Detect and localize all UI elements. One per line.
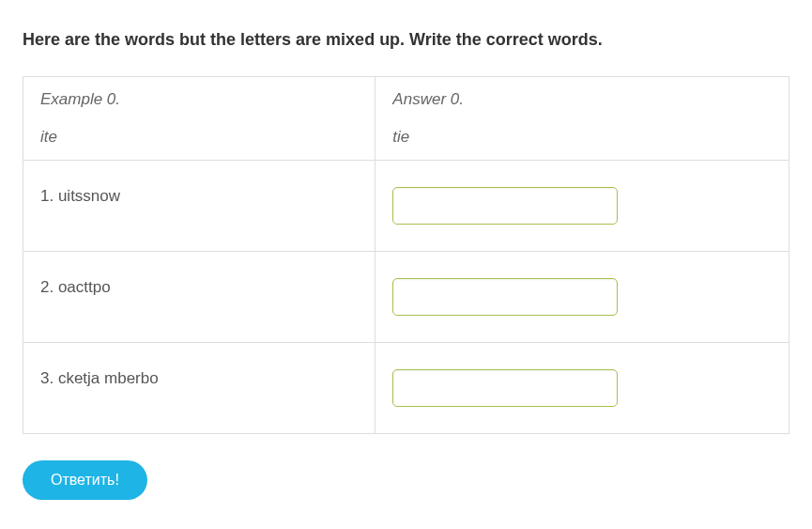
question-1-label: 1. uitssnow [23, 161, 375, 252]
exercise-table: Example 0. ite Answer 0. tie 1. uitssnow… [23, 76, 789, 434]
example-question-cell: Example 0. ite [23, 77, 375, 161]
question-1-answer-cell [375, 161, 789, 252]
table-row: 2. oacttpo [23, 252, 789, 343]
example-label-left: Example 0. [40, 90, 358, 109]
table-row: 3. cketja mberbo [23, 343, 789, 434]
answer-input-3[interactable] [392, 369, 618, 407]
answer-input-2[interactable] [392, 278, 618, 316]
instructions-text: Here are the words but the letters are m… [23, 30, 789, 50]
example-answer-cell: Answer 0. tie [375, 77, 789, 161]
example-word-left: ite [40, 128, 57, 146]
table-row: 1. uitssnow [23, 161, 789, 252]
question-3-answer-cell [375, 343, 789, 434]
submit-button[interactable]: Ответить! [23, 460, 147, 500]
answer-input-1[interactable] [392, 187, 618, 225]
example-label-right: Answer 0. [392, 90, 772, 109]
question-2-answer-cell [375, 252, 789, 343]
question-2-label: 2. oacttpo [23, 252, 375, 343]
question-3-label: 3. cketja mberbo [23, 343, 375, 434]
example-word-right: tie [392, 128, 409, 146]
example-row: Example 0. ite Answer 0. tie [23, 77, 789, 161]
